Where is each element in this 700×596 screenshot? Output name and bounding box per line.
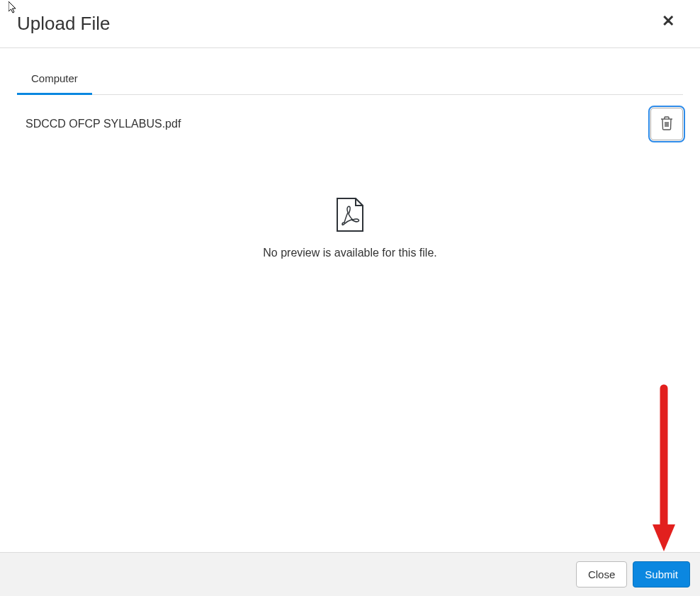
trash-icon [660,116,674,133]
dialog-title: Upload File [17,13,111,35]
dialog-footer: Close Submit [0,552,700,596]
delete-file-button[interactable] [650,108,683,140]
file-row: SDCCD OFCP SYLLABUS.pdf [17,95,683,140]
preview-message: No preview is available for this file. [17,247,683,259]
tab-computer[interactable]: Computer [17,64,92,95]
dialog-header: Upload File ✕ [0,0,700,48]
close-button[interactable]: Close [576,561,627,587]
annotation-arrow-icon [648,383,684,561]
file-name-label: SDCCD OFCP SYLLABUS.pdf [17,118,181,130]
close-icon[interactable]: ✕ [653,11,683,32]
tabs-bar: Computer [17,64,683,95]
file-pdf-icon [334,197,366,235]
dialog-content: Computer SDCCD OFCP SYLLABUS.pdf [0,64,700,259]
submit-button[interactable]: Submit [633,561,690,587]
preview-area: No preview is available for this file. [17,197,683,259]
